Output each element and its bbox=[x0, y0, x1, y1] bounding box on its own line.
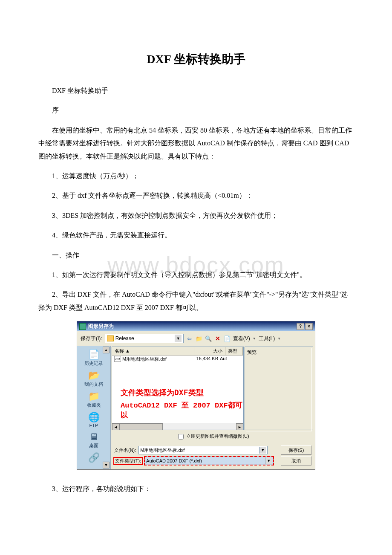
annotation-text: 文件类型选择为DXF类型 bbox=[121, 387, 204, 398]
chevron-down-icon: ▼ bbox=[277, 337, 281, 341]
page-title: DXF 坐标转换助手 bbox=[38, 51, 354, 67]
file-list[interactable]: 名称 ▲ 大小 类型 dxf M用地图地区坐标.dxf 16,434 KB Au… bbox=[112, 347, 244, 430]
sidebar-item-history[interactable]: 📄 历史记录 bbox=[84, 349, 103, 367]
view-menu[interactable]: 查看(V) bbox=[233, 335, 250, 342]
up-folder-icon[interactable]: 📁 bbox=[196, 335, 202, 342]
file-type: Aut bbox=[218, 356, 233, 362]
dialog-titlebar: 图形另存为 ? × bbox=[77, 321, 315, 331]
network-icon: 🔗 bbox=[87, 452, 101, 463]
paragraph: 2、基于 dxf 文件各坐标点逐一严密转换，转换精度高（<0.01m）； bbox=[38, 189, 354, 202]
dialog-title: 图形另存为 bbox=[88, 323, 114, 330]
dialog-toolbar: 保存于(I): Release ▼ ⇦ 📁 🔍 ✕ 📄 查看(V) ▼ 工具(L… bbox=[77, 331, 315, 346]
tools-menu[interactable]: 工具(L) bbox=[259, 335, 275, 342]
chevron-down-icon: ▼ bbox=[253, 337, 256, 341]
scroll-thumb[interactable] bbox=[119, 423, 163, 430]
file-name: M用地图地区坐标.dxf bbox=[122, 356, 193, 362]
filetype-combo[interactable]: AutoCAD 2007 DXF (*.dxf) ▼ bbox=[144, 457, 274, 465]
annotation-text: AutoCAD12 DXF 至 2007 DXF都可以 bbox=[121, 400, 243, 420]
file-size: 16,434 KB bbox=[193, 356, 218, 362]
dropdown-icon: ▼ bbox=[175, 335, 182, 342]
file-icon: dxf bbox=[114, 356, 121, 362]
close-button[interactable]: × bbox=[305, 323, 313, 330]
sidebar-item-label: FTP bbox=[89, 423, 98, 428]
sidebar-item-label: 桌面 bbox=[89, 442, 98, 449]
help-button[interactable]: ? bbox=[297, 323, 304, 330]
preview-label: 预览 bbox=[247, 350, 257, 355]
update-thumbnail-row: 立即更新图纸并查看缩微图(U) bbox=[111, 431, 315, 442]
delete-icon[interactable]: ✕ bbox=[214, 335, 221, 342]
column-size[interactable]: 大小 bbox=[194, 347, 225, 355]
app-icon bbox=[79, 323, 86, 330]
scroll-right-button[interactable]: ► bbox=[236, 423, 243, 430]
places-sidebar: ▲ 📄 历史记录 📂 我的文档 📁 收藏夹 🌐 bbox=[77, 346, 111, 469]
paragraph: 一、操作 bbox=[38, 249, 354, 262]
sidebar-item-ftp[interactable]: 🌐 FTP bbox=[87, 412, 101, 428]
favorites-icon: 📁 bbox=[87, 391, 101, 402]
paragraph: 2、导出 DXF 文件，在 AutoCAD 命令行中键入"dxfout"或者在菜… bbox=[38, 288, 354, 314]
scroll-left-button[interactable]: ◄ bbox=[112, 423, 119, 430]
scroll-up-button[interactable]: ▲ bbox=[103, 347, 110, 353]
folder-icon bbox=[107, 335, 114, 341]
new-folder-icon[interactable]: 📄 bbox=[224, 335, 231, 342]
sidebar-item-mydocs[interactable]: 📂 我的文档 bbox=[84, 370, 103, 387]
paragraph: DXF 坐标转换助手 bbox=[38, 84, 354, 97]
cancel-button[interactable]: 取消 bbox=[281, 456, 311, 465]
documents-icon: 📂 bbox=[87, 370, 101, 381]
history-icon: 📄 bbox=[87, 349, 101, 360]
dropdown-icon: ▼ bbox=[259, 447, 266, 454]
sidebar-item-label: 收藏夹 bbox=[87, 402, 101, 408]
paragraph: 1、如第一次运行需要制作明文文件（导入控制点数据）参见第二节"加密明文文件"。 bbox=[38, 269, 354, 281]
filename-label: 文件名(N): bbox=[114, 447, 136, 454]
file-row[interactable]: dxf M用地图地区坐标.dxf 16,434 KB Aut bbox=[112, 356, 243, 363]
save-in-label: 保存于(I): bbox=[81, 335, 102, 342]
sidebar-item-favorites[interactable]: 📁 收藏夹 bbox=[87, 391, 101, 408]
list-header: 名称 ▲ 大小 类型 bbox=[112, 347, 243, 356]
column-name[interactable]: 名称 ▲ bbox=[112, 347, 194, 355]
dropdown-icon: ▼ bbox=[265, 457, 272, 464]
scroll-down-button[interactable]: ▼ bbox=[103, 462, 110, 468]
paragraph: 4、绿色软件产品，无需安装直接运行。 bbox=[38, 229, 354, 242]
folder-name: Release bbox=[115, 335, 134, 341]
filename-input[interactable]: M用地图地区坐标.dxf ▼ bbox=[138, 446, 268, 454]
search-icon[interactable]: 🔍 bbox=[205, 335, 212, 342]
sidebar-item-label: 我的文档 bbox=[84, 381, 103, 387]
paragraph: 1、运算速度快（万点/秒）； bbox=[38, 170, 354, 182]
desktop-icon: 🖥 bbox=[87, 431, 101, 442]
update-thumbnail-checkbox[interactable] bbox=[178, 434, 184, 439]
column-type[interactable]: 类型 bbox=[225, 347, 243, 355]
horizontal-scrollbar[interactable]: ◄ ► bbox=[112, 423, 243, 430]
sidebar-item-label: 历史记录 bbox=[84, 360, 103, 367]
save-as-dialog: 图形另存为 ? × 保存于(I): Release ▼ ⇦ 📁 🔍 ✕ 📄 查看… bbox=[77, 321, 315, 470]
preview-panel: 预览 bbox=[245, 347, 313, 430]
back-icon[interactable]: ⇦ bbox=[186, 335, 193, 342]
sidebar-item-desktop[interactable]: 🖥 桌面 bbox=[87, 431, 101, 449]
paragraph: 3、运行程序，各功能说明如下： bbox=[38, 483, 354, 495]
checkbox-label: 立即更新图纸并查看缩微图(U) bbox=[186, 434, 249, 439]
save-button[interactable]: 保存(S) bbox=[281, 445, 311, 455]
paragraph: 在使用的坐标中、常用的有北京 54 坐标系，西安 80 坐标系，各地方还有本地的… bbox=[38, 124, 354, 163]
filetype-value: AutoCAD 2007 DXF (*.dxf) bbox=[146, 458, 202, 463]
filetype-label: 文件类型(T): bbox=[114, 458, 142, 464]
filename-value: M用地图地区坐标.dxf bbox=[140, 447, 184, 454]
paragraph: 3、3DES 加密控制点，有效保护控制点数据安全，方便再次分发软件使用； bbox=[38, 209, 354, 222]
ftp-icon: 🌐 bbox=[87, 412, 101, 423]
paragraph: 序 bbox=[38, 104, 354, 117]
sidebar-item-extra[interactable]: 🔗 bbox=[87, 452, 101, 463]
folder-combo[interactable]: Release ▼ bbox=[105, 334, 184, 343]
